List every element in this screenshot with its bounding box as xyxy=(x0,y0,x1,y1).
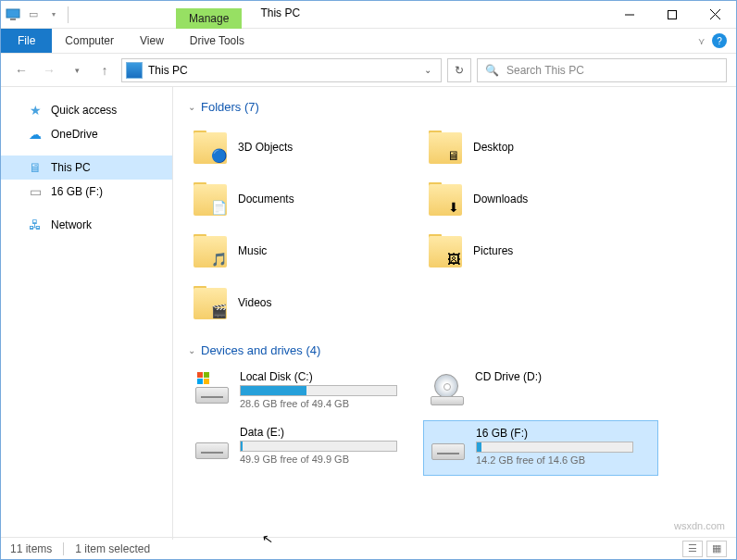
capacity-bar xyxy=(240,385,397,396)
star-icon: ★ xyxy=(27,102,44,118)
folder-downloads[interactable]: ⬇Downloads xyxy=(423,173,658,225)
navigation-bar: ← → ▾ ↑ This PC ⌄ ↻ 🔍 Search This PC xyxy=(1,54,736,87)
title-bar: ▭ ▾ Manage This PC xyxy=(1,1,736,29)
folder-music[interactable]: 🎵Music xyxy=(188,225,423,277)
sidebar-item-quick-access[interactable]: ★Quick access xyxy=(1,98,172,122)
drive-data-e-[interactable]: Data (E:) 49.9 GB free of 49.9 GB xyxy=(188,420,423,476)
minimize-button[interactable] xyxy=(608,1,651,28)
drives-group-header[interactable]: ⌄ Devices and drives (4) xyxy=(188,343,721,357)
status-bar: 11 items 1 item selected ☰ ▦ xyxy=(1,537,736,559)
svg-rect-9 xyxy=(204,379,209,384)
drive-icon xyxy=(195,442,229,459)
folder-label: Music xyxy=(238,244,267,257)
up-button[interactable]: ↑ xyxy=(94,59,116,81)
svg-rect-6 xyxy=(197,372,203,378)
folder-icon: 🔵 xyxy=(192,129,229,166)
chevron-down-icon[interactable]: ▾ xyxy=(45,6,62,23)
back-button[interactable]: ← xyxy=(10,59,32,81)
windows-icon xyxy=(197,372,210,388)
folder-icon: ⬇ xyxy=(427,180,464,218)
sidebar-item-16-gb-f-[interactable]: ▭16 GB (F:) xyxy=(1,180,172,204)
drive-free-text: 14.2 GB free of 14.6 GB xyxy=(476,454,652,466)
folder-label: Pictures xyxy=(473,244,513,257)
folder-pictures[interactable]: 🖼Pictures xyxy=(423,225,658,277)
maximize-button[interactable] xyxy=(651,1,693,28)
computer-tab[interactable]: Computer xyxy=(52,29,127,53)
svg-rect-0 xyxy=(6,9,19,18)
file-tab[interactable]: File xyxy=(1,29,52,53)
location-icon xyxy=(126,62,143,79)
quick-access-toolbar: ▭ ▾ xyxy=(1,1,74,28)
drive-name: Data (E:) xyxy=(240,426,418,439)
folder-desktop[interactable]: 🖥Desktop xyxy=(423,121,658,173)
folder-label: Videos xyxy=(238,296,271,309)
close-button[interactable] xyxy=(693,1,736,28)
folder-icon: 🎵 xyxy=(192,232,229,269)
drive-name: Local Disk (C:) xyxy=(240,370,418,383)
address-bar[interactable]: This PC ⌄ xyxy=(121,58,442,82)
chevron-down-icon: ⌄ xyxy=(188,345,195,355)
search-icon: 🔍 xyxy=(485,64,499,77)
sidebar-item-label: 16 GB (F:) xyxy=(51,185,103,198)
svg-rect-1 xyxy=(10,19,16,20)
details-view-button[interactable]: ☰ xyxy=(682,541,703,557)
selection-count: 1 item selected xyxy=(75,542,150,555)
item-count: 11 items xyxy=(10,542,52,555)
separator xyxy=(68,6,69,23)
content-area: ⌄ Folders (7) 🔵3D Objects🖥Desktop📄Docume… xyxy=(173,87,736,540)
forward-button[interactable]: → xyxy=(38,59,60,81)
recent-dropdown[interactable]: ▾ xyxy=(66,59,88,81)
group-title: Folders (7) xyxy=(201,100,259,114)
folders-group-header[interactable]: ⌄ Folders (7) xyxy=(188,100,721,114)
folder-documents[interactable]: 📄Documents xyxy=(188,173,423,225)
chevron-down-icon: ⌄ xyxy=(188,102,195,112)
folder-videos[interactable]: 🎬Videos xyxy=(188,277,423,329)
breadcrumb[interactable]: This PC xyxy=(148,64,188,77)
folder-icon: 🖥 xyxy=(427,129,464,166)
folder-icon: 🎬 xyxy=(192,284,229,321)
drive-tools-tab[interactable]: Drive Tools xyxy=(177,29,257,53)
window-title: This PC xyxy=(242,1,319,28)
sidebar-item-label: Network xyxy=(51,218,92,231)
properties-icon[interactable]: ▭ xyxy=(25,6,42,23)
search-placeholder: Search This PC xyxy=(506,64,584,77)
view-tab[interactable]: View xyxy=(127,29,177,53)
folder-label: 3D Objects xyxy=(238,141,293,154)
ribbon: File Computer View Drive Tools ⋎ ? xyxy=(1,29,736,54)
sidebar-item-network[interactable]: 🖧Network xyxy=(1,213,172,237)
drive-icon: ▭ xyxy=(27,183,44,200)
drive-icon xyxy=(195,387,229,404)
help-icon[interactable]: ? xyxy=(712,33,727,48)
sidebar-item-onedrive[interactable]: ☁OneDrive xyxy=(1,122,172,146)
folder-icon: 📄 xyxy=(192,180,229,218)
drive-icon xyxy=(194,370,231,407)
address-dropdown[interactable]: ⌄ xyxy=(418,65,437,75)
drive-16-gb-f-[interactable]: 16 GB (F:) 14.2 GB free of 14.6 GB xyxy=(423,420,658,476)
drive-icon xyxy=(430,427,467,464)
ribbon-collapse-chevron[interactable]: ⋎ xyxy=(698,36,705,46)
drive-icon xyxy=(194,426,231,463)
folder-label: Desktop xyxy=(473,141,514,154)
drive-free-text: 28.6 GB free of 49.4 GB xyxy=(240,398,418,409)
drive-name: CD Drive (D:) xyxy=(475,370,653,383)
pc-icon[interactable] xyxy=(5,6,21,23)
folder-label: Downloads xyxy=(473,193,528,205)
search-input[interactable]: 🔍 Search This PC xyxy=(477,58,727,82)
sidebar-item-this-pc[interactable]: 🖥This PC xyxy=(1,156,172,180)
sidebar-item-label: OneDrive xyxy=(51,128,98,141)
cloud-icon: ☁ xyxy=(27,126,44,143)
drive-free-text: 49.9 GB free of 49.9 GB xyxy=(240,454,418,465)
separator xyxy=(63,542,64,555)
sidebar-item-label: Quick access xyxy=(51,104,117,117)
drive-icon xyxy=(431,443,465,460)
drive-local-disk-c-[interactable]: Local Disk (C:) 28.6 GB free of 49.4 GB xyxy=(188,365,423,420)
folder-3d-objects[interactable]: 🔵3D Objects xyxy=(188,121,423,173)
watermark: wsxdn.com xyxy=(674,520,725,531)
group-title: Devices and drives (4) xyxy=(201,343,320,357)
icons-view-button[interactable]: ▦ xyxy=(706,541,727,557)
refresh-button[interactable]: ↻ xyxy=(447,58,471,82)
svg-rect-3 xyxy=(668,10,677,19)
drive-cd-drive-d-[interactable]: CD Drive (D:) xyxy=(423,365,658,420)
sidebar-item-label: This PC xyxy=(51,161,91,174)
contextual-tab-manage[interactable]: Manage xyxy=(176,8,242,29)
